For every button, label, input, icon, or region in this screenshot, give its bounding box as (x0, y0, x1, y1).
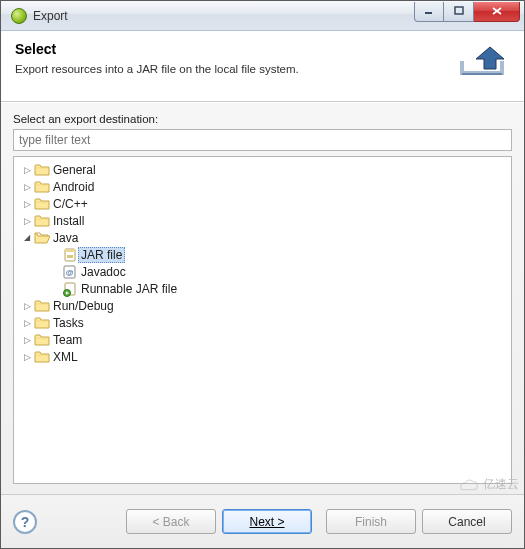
next-button[interactable]: Next > (222, 509, 312, 534)
folder-icon (34, 213, 50, 229)
folder-icon (34, 349, 50, 365)
chevron-down-icon[interactable]: ◢ (20, 233, 34, 242)
folder-icon (34, 196, 50, 212)
tree-item-label: JAR file (78, 247, 125, 263)
tree-item-label: Team (53, 333, 82, 347)
minimize-button[interactable] (414, 2, 444, 22)
tree-item-label: Android (53, 180, 94, 194)
tree-item-team[interactable]: ▷Team (16, 331, 509, 348)
window-controls (414, 2, 520, 22)
tree-item-label: C/C++ (53, 197, 88, 211)
tree-item-run-debug[interactable]: ▷Run/Debug (16, 297, 509, 314)
tree-item-javadoc[interactable]: Javadoc (16, 263, 509, 280)
chevron-right-icon[interactable]: ▷ (20, 216, 34, 226)
svg-rect-1 (455, 7, 463, 14)
tree-item-label: Runnable JAR file (81, 282, 177, 296)
tree-item-general[interactable]: ▷General (16, 161, 509, 178)
tree-item-label: Java (53, 231, 78, 245)
tree-item-install[interactable]: ▷Install (16, 212, 509, 229)
app-icon (11, 8, 27, 24)
svg-rect-5 (462, 73, 502, 75)
finish-button[interactable]: Finish (326, 509, 416, 534)
tree-item-android[interactable]: ▷Android (16, 178, 509, 195)
folder-open-icon (34, 230, 50, 246)
maximize-button[interactable] (444, 2, 474, 22)
export-banner-icon (454, 41, 510, 89)
export-tree[interactable]: ▷General▷Android▷C/C++▷Install◢JavaJAR f… (13, 156, 512, 484)
tree-item-label: Javadoc (81, 265, 126, 279)
tree-item-tasks[interactable]: ▷Tasks (16, 314, 509, 331)
tree-item-runnable-jar-file[interactable]: Runnable JAR file (16, 280, 509, 297)
chevron-right-icon[interactable]: ▷ (20, 165, 34, 175)
tree-item-xml[interactable]: ▷XML (16, 348, 509, 365)
chevron-right-icon[interactable]: ▷ (20, 335, 34, 345)
tree-item-label: Tasks (53, 316, 84, 330)
wizard-body: Select an export destination: ▷General▷A… (1, 102, 524, 494)
wizard-header: Select Export resources into a JAR file … (1, 31, 524, 102)
wizard-footer: ? < Back Next > Finish Cancel (1, 494, 524, 548)
tree-item-label: Install (53, 214, 84, 228)
help-button[interactable]: ? (13, 510, 37, 534)
tree-item-java[interactable]: ◢Java (16, 229, 509, 246)
export-dialog: Export Select Export resources into a JA… (0, 0, 525, 549)
filter-input[interactable] (13, 129, 512, 151)
folder-icon (34, 315, 50, 331)
header-subtitle: Export resources into a JAR file on the … (15, 63, 446, 75)
titlebar: Export (1, 1, 524, 31)
chevron-right-icon[interactable]: ▷ (20, 318, 34, 328)
chevron-right-icon[interactable]: ▷ (20, 182, 34, 192)
folder-icon (34, 162, 50, 178)
jar-icon (62, 247, 78, 263)
svg-rect-4 (500, 61, 504, 75)
run-jar-icon (62, 281, 78, 297)
folder-icon (34, 179, 50, 195)
tree-item-label: General (53, 163, 96, 177)
tree-item-c-c-[interactable]: ▷C/C++ (16, 195, 509, 212)
window-title: Export (33, 9, 414, 23)
back-button[interactable]: < Back (126, 509, 216, 534)
folder-icon (34, 298, 50, 314)
chevron-right-icon[interactable]: ▷ (20, 301, 34, 311)
instruction-label: Select an export destination: (13, 113, 512, 125)
cancel-button[interactable]: Cancel (422, 509, 512, 534)
svg-rect-3 (460, 61, 464, 75)
tree-item-label: Run/Debug (53, 299, 114, 313)
header-title: Select (15, 41, 446, 57)
folder-icon (34, 332, 50, 348)
tree-item-label: XML (53, 350, 78, 364)
chevron-right-icon[interactable]: ▷ (20, 352, 34, 362)
javadoc-icon (62, 264, 78, 280)
tree-item-jar-file[interactable]: JAR file (16, 246, 509, 263)
chevron-right-icon[interactable]: ▷ (20, 199, 34, 209)
close-button[interactable] (474, 2, 520, 22)
